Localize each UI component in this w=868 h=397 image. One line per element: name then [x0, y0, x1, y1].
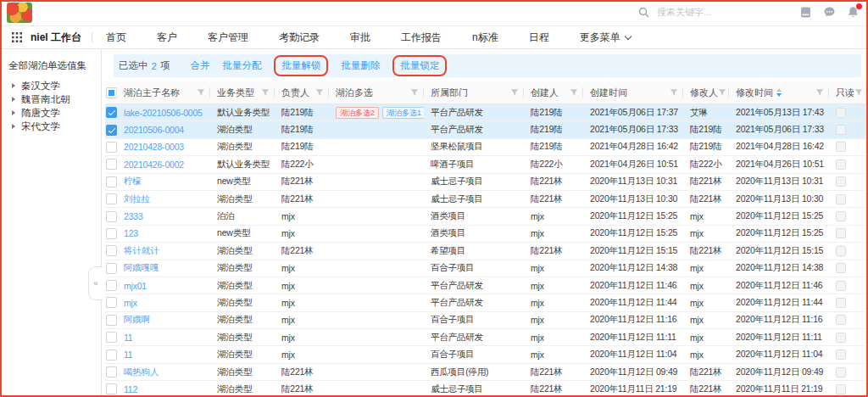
column-header-select	[105, 81, 117, 103]
cell-readonly	[829, 312, 868, 328]
table-header: 湖泊主子名称业务类型负责人湖泊多选所属部门创建人创建时间修改人修改时间只读	[105, 81, 868, 104]
row-checkbox[interactable]	[106, 315, 117, 326]
cell-creator: 陆221林	[524, 364, 583, 380]
row-checkbox[interactable]	[106, 193, 117, 204]
filter-icon-type[interactable]	[261, 88, 270, 97]
bulk-unlock-button[interactable]: 批量解锁	[281, 59, 320, 72]
row-checkbox[interactable]	[106, 142, 117, 153]
cell-text: 2020年11月12日 15:25	[590, 227, 677, 239]
lake-name-link[interactable]: 112	[124, 384, 137, 394]
caret-down-icon	[776, 93, 782, 97]
lake-name-link[interactable]: 123	[124, 228, 138, 238]
sort-icons[interactable]	[776, 88, 782, 97]
lake-name-link[interactable]: 阿娥啊	[124, 314, 150, 326]
cell-text: mjx	[690, 333, 704, 343]
filter-icon-dept[interactable]	[510, 88, 519, 97]
lake-name-link[interactable]: 阿娥嘎嘎	[124, 262, 159, 274]
sidebar-item-songdai[interactable]: 宋代文学	[8, 120, 101, 133]
global-search[interactable]	[638, 6, 748, 18]
lake-name-link[interactable]: 2333	[124, 211, 143, 221]
cell-name: 刘拉拉	[117, 191, 210, 207]
cell-text: 2020年11月12日 14:38	[736, 262, 823, 274]
filter-icon-name[interactable]	[197, 88, 205, 97]
lake-name-link[interactable]: 20210428-0003	[124, 142, 184, 152]
row-checkbox[interactable]	[106, 211, 117, 222]
column-header-dept: 所属部门	[424, 81, 524, 103]
lake-name-link[interactable]: 喝热狗人	[124, 366, 159, 378]
filter-icon-modified[interactable]	[815, 88, 824, 97]
lake-name-link[interactable]: 刘拉拉	[124, 193, 150, 205]
lake-name-link[interactable]: 20210426-0002	[124, 159, 184, 170]
lake-name-link[interactable]: lake-20210506-0005	[124, 108, 203, 118]
cell-modified: 2021年04月28日 16:42	[729, 139, 829, 155]
filter-icon-creator[interactable]	[570, 88, 578, 97]
search-icon	[638, 7, 649, 18]
lake-name-link[interactable]: 柠檬	[124, 176, 142, 187]
lake-name-link[interactable]: 11	[124, 349, 133, 360]
cell-owner: 陆221林	[275, 174, 329, 190]
nav-item-customer-management[interactable]: 客户管理	[208, 31, 248, 45]
row-checkbox[interactable]	[106, 176, 117, 187]
filter-icon-created[interactable]	[670, 88, 678, 97]
row-checkbox[interactable]	[106, 366, 117, 377]
column-label-group: 湖泊多选	[336, 87, 373, 99]
row-checkbox[interactable]	[106, 383, 117, 394]
lake-name-link[interactable]: 20210506-0004	[124, 125, 184, 135]
bulk-lock-button[interactable]: 批量锁定	[400, 59, 439, 72]
app-grid-icon[interactable]	[12, 32, 22, 42]
merge-button[interactable]: 合并	[190, 59, 209, 72]
cell-name: 112	[117, 381, 210, 397]
chat-icon[interactable]	[823, 6, 836, 19]
cell-text: 陆219陆	[281, 107, 314, 119]
row-checkbox[interactable]	[106, 107, 117, 118]
row-checkbox[interactable]	[106, 349, 117, 361]
lake-name-link[interactable]: mjx01	[124, 281, 147, 291]
lake-name-link[interactable]: 将计就计	[124, 245, 159, 257]
sidebar-item-qinhan[interactable]: 秦汉文学	[8, 79, 101, 92]
lake-name-link[interactable]: mjx	[124, 298, 137, 308]
nav-item-home[interactable]: 首页	[106, 31, 126, 45]
app-logo[interactable]	[7, 3, 32, 23]
cell-name: 阿娥啊	[117, 312, 210, 328]
filter-icon-readonly[interactable]	[854, 88, 863, 97]
cell-multi	[329, 312, 424, 328]
select-all-checkbox[interactable]	[106, 87, 117, 98]
nav-item-approval[interactable]: 审批	[350, 31, 370, 45]
sidebar-item-weijin[interactable]: 魏晋南北朝	[8, 92, 101, 106]
row-checkbox[interactable]	[106, 159, 117, 170]
filter-icon-modifier[interactable]	[718, 88, 726, 97]
cell-modified: 2020年11月11日 21:19	[729, 381, 829, 397]
row-checkbox[interactable]	[106, 280, 117, 291]
nav-item-work-report[interactable]: 工作报告	[401, 31, 442, 45]
nav-item-attendance[interactable]: 考勤记录	[279, 31, 320, 45]
filter-icon-owner[interactable]	[315, 88, 324, 97]
journal-icon[interactable]	[799, 6, 812, 19]
cell-text: mjx	[690, 228, 704, 238]
nav-item-n-standard[interactable]: n标准	[472, 31, 498, 45]
bulk-delete-button[interactable]: 批量删除	[341, 59, 380, 72]
more-menu[interactable]: 更多菜单	[580, 31, 631, 45]
cell-text: 2020年11月12日 09:49	[590, 366, 677, 378]
cell-text: 坚果松鼠项目	[431, 141, 483, 153]
row-checkbox[interactable]	[106, 297, 117, 308]
lake-name-link[interactable]: 11	[124, 333, 133, 343]
cell-owner: 陆219陆	[275, 139, 329, 155]
cell-text: mjx	[281, 333, 295, 343]
workspace-title[interactable]: niel 工作台	[31, 31, 81, 45]
nav-item-schedule[interactable]: 日程	[529, 31, 549, 45]
bulk-assign-button[interactable]: 批量分配	[222, 59, 261, 72]
table-row: mjx湖泊类型mjx平台产品研发mjx2020年11月12日 11:44mjx2…	[105, 294, 868, 311]
row-checkbox[interactable]	[106, 245, 117, 256]
nav-item-customer[interactable]: 客户	[157, 31, 177, 45]
topbar-icons	[799, 6, 860, 19]
row-checkbox[interactable]	[106, 228, 117, 239]
sidebar-collapse-handle[interactable]: «	[88, 266, 103, 300]
sidebar-item-suitang[interactable]: 隋唐文学	[8, 106, 101, 120]
filter-icon-multi[interactable]	[410, 88, 419, 97]
search-input[interactable]	[655, 6, 748, 18]
row-checkbox[interactable]	[106, 332, 117, 343]
table-row: 柠檬new类型陆221林威士忌子项目陆221林2020年11月13日 10:31…	[105, 174, 868, 191]
row-checkbox[interactable]	[106, 263, 117, 274]
bell-icon[interactable]	[847, 6, 860, 19]
row-checkbox[interactable]	[106, 125, 117, 136]
